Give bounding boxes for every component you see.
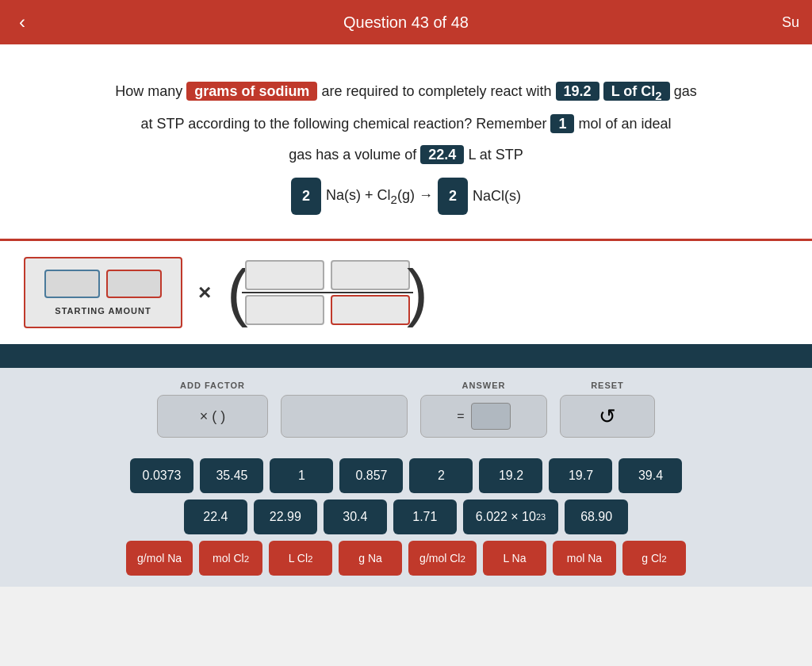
starting-amount-box: STARTING AMOUNT xyxy=(24,257,182,328)
num-btn-22-99[interactable]: 22.99 xyxy=(254,500,317,534)
line1-post: are required to completely react with xyxy=(321,83,551,99)
line2-post: mol of an ideal xyxy=(578,116,671,132)
unit-btn-g-cl2[interactable]: g Cl2 xyxy=(622,541,686,576)
start-unit-input[interactable] xyxy=(106,270,162,298)
equation-product: NaCl(s) xyxy=(473,181,521,212)
add-factor-label: ADD FACTOR xyxy=(180,381,245,390)
answer-box-inner xyxy=(471,403,511,430)
unit-btn-g-na[interactable]: g Na xyxy=(339,541,402,576)
unit-btn-gmol-na[interactable]: g/mol Na xyxy=(126,541,193,576)
coeff2: 2 xyxy=(438,178,468,216)
fraction-inner xyxy=(242,260,413,325)
unit-btn-l-cl2[interactable]: L Cl2 xyxy=(269,541,332,576)
controls-area: ADD FACTOR × ( ) ANSWER = RESET ↺ xyxy=(0,368,812,450)
num-btn-0-0373[interactable]: 0.0373 xyxy=(130,458,194,493)
num-btn-35-45[interactable]: 35.45 xyxy=(200,458,263,493)
submit-button[interactable]: Su xyxy=(769,14,812,31)
num-btn-1-71[interactable]: 1.71 xyxy=(393,500,457,534)
highlight-cl2: L of Cl2 xyxy=(603,82,670,101)
line3-pre: gas has a volume of xyxy=(289,147,416,163)
equals-sign: = xyxy=(457,409,464,423)
num-btn-2[interactable]: 2 xyxy=(409,458,473,493)
denominator-right-input[interactable] xyxy=(331,295,410,325)
start-value-input[interactable] xyxy=(44,270,100,298)
question-line3: gas has a volume of 22.4 L at STP xyxy=(48,140,764,171)
num-btn-avogadro[interactable]: 6.022 × 1023 xyxy=(463,500,558,534)
numerator-right-input[interactable] xyxy=(331,260,410,290)
highlight-1: 1 xyxy=(550,114,574,133)
question-counter: Question 43 of 48 xyxy=(343,13,469,32)
starting-amount-label: STARTING AMOUNT xyxy=(55,306,151,316)
line3-post: L at STP xyxy=(468,147,523,163)
chemical-equation: 2 Na(s) + Cl2(g) → 2 NaCl(s) xyxy=(48,178,764,216)
reset-button[interactable]: ↺ xyxy=(560,395,655,438)
question-line2: at STP according to the following chemic… xyxy=(48,109,764,140)
denominator-row xyxy=(245,295,410,325)
num-btn-22-4[interactable]: 22.4 xyxy=(184,500,247,534)
add-factor-group: ADD FACTOR × ( ) xyxy=(157,381,268,438)
highlight-sodium: grams of sodium xyxy=(186,82,317,101)
blank-group xyxy=(281,395,408,438)
numpad-row-1: 0.0373 35.45 1 0.857 2 19.2 19.7 39.4 xyxy=(130,458,683,493)
fraction-wrapper: ( ) xyxy=(227,260,427,325)
unit-btn-l-na[interactable]: L Na xyxy=(483,541,546,576)
numpad-area: 0.0373 35.45 1 0.857 2 19.2 19.7 39.4 22… xyxy=(0,450,812,587)
num-btn-19-7[interactable]: 19.7 xyxy=(549,458,612,493)
num-btn-68-90[interactable]: 68.90 xyxy=(565,500,628,534)
multiply-sign: × xyxy=(198,280,211,305)
starting-inputs xyxy=(44,270,162,298)
denominator-left-input[interactable] xyxy=(245,295,324,325)
num-btn-0-857[interactable]: 0.857 xyxy=(339,458,403,493)
answer-label: ANSWER xyxy=(462,381,506,390)
add-factor-button[interactable]: × ( ) xyxy=(157,395,268,438)
equation-text: Na(s) + Cl2(g) → xyxy=(326,180,433,212)
controls-row: ADD FACTOR × ( ) ANSWER = RESET ↺ xyxy=(16,381,796,438)
num-btn-19-2[interactable]: 19.2 xyxy=(479,458,542,493)
highlight-19-2: 19.2 xyxy=(556,82,599,101)
num-btn-39-4[interactable]: 39.4 xyxy=(619,458,682,493)
numerator-row xyxy=(245,260,410,290)
answer-group: ANSWER = xyxy=(420,381,547,438)
line1-end: gas xyxy=(674,83,697,99)
paren-close: ) xyxy=(407,261,428,324)
num-btn-1[interactable]: 1 xyxy=(270,458,333,493)
reset-group: RESET ↺ xyxy=(560,381,655,438)
numerator-left-input[interactable] xyxy=(245,260,324,290)
answer-button[interactable]: = xyxy=(420,395,547,438)
back-button[interactable]: ‹ xyxy=(13,8,32,36)
question-area: How many grams of sodium are required to… xyxy=(0,44,812,239)
fraction-divider xyxy=(242,292,413,293)
num-btn-30-4[interactable]: 30.4 xyxy=(324,500,387,534)
numpad-row-2: 22.4 22.99 30.4 1.71 6.022 × 1023 68.90 xyxy=(184,500,628,534)
coeff1: 2 xyxy=(291,178,321,216)
unit-btn-mol-na[interactable]: mol Na xyxy=(553,541,616,576)
blank-input-box[interactable] xyxy=(281,395,408,438)
calculation-area: STARTING AMOUNT × ( ) xyxy=(0,239,812,344)
unit-btn-gmol-cl2[interactable]: g/mol Cl2 xyxy=(408,541,477,576)
highlight-22-4: 22.4 xyxy=(420,145,464,164)
reset-label: RESET xyxy=(591,381,624,390)
bottom-toolbar xyxy=(0,344,812,368)
question-line1: How many grams of sodium are required to… xyxy=(48,76,764,109)
line2-pre: at STP according to the following chemic… xyxy=(140,116,546,132)
numpad-row-units: g/mol Na mol Cl2 L Cl2 g Na g/mol Cl2 L … xyxy=(126,541,686,576)
line1-pre: How many xyxy=(115,83,182,99)
unit-btn-mol-cl2[interactable]: mol Cl2 xyxy=(199,541,262,576)
header: ‹ Question 43 of 48 Su xyxy=(0,0,812,44)
